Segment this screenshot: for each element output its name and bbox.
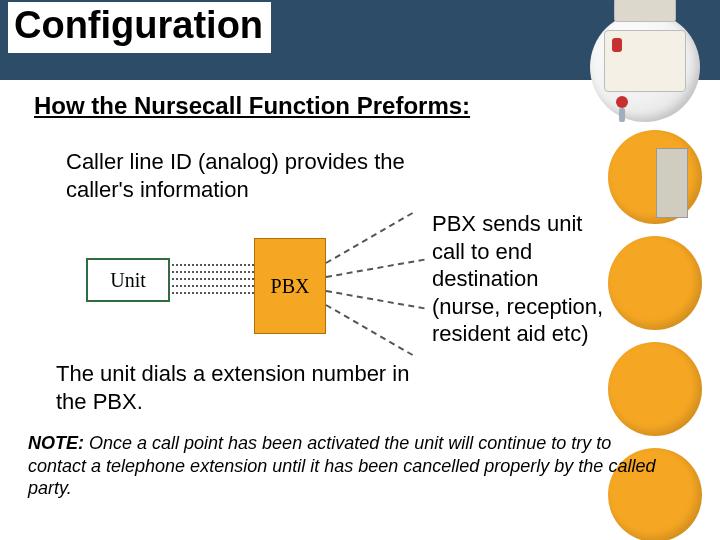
pbx-out-line-3-icon	[326, 290, 425, 309]
device-top-plate	[614, 0, 676, 22]
unit-box: Unit	[86, 258, 170, 302]
caller-id-description: Caller line ID (analog) provides the cal…	[66, 148, 406, 203]
slide-title: Configuration	[8, 2, 271, 53]
device-circle-3	[608, 236, 702, 330]
section-subtitle: How the Nursecall Function Preforms:	[34, 92, 470, 120]
slide: Configuration How the Nursecall Function…	[0, 0, 720, 540]
pbx-destination-description: PBX sends unit call to end destination (…	[432, 210, 612, 348]
pbx-out-line-2-icon	[326, 259, 425, 278]
device-circle-4	[608, 342, 702, 436]
note-label: NOTE:	[28, 433, 84, 453]
unit-box-label: Unit	[110, 269, 146, 292]
pbx-out-line-4-icon	[326, 304, 414, 356]
unit-dials-description: The unit dials a extension number in the…	[56, 360, 416, 415]
pbx-box-label: PBX	[271, 275, 310, 298]
note-text: NOTE: Once a call point has been activat…	[28, 432, 668, 500]
note-body: Once a call point has been activated the…	[28, 433, 655, 498]
red-led-icon	[612, 38, 622, 52]
joystick-icon	[616, 96, 628, 108]
pbx-box: PBX	[254, 238, 326, 334]
rack-panel-icon	[656, 148, 688, 218]
pbx-out-line-1-icon	[326, 212, 414, 264]
unit-to-pbx-wires-icon	[168, 264, 254, 292]
joystick-stem-icon	[619, 108, 625, 122]
